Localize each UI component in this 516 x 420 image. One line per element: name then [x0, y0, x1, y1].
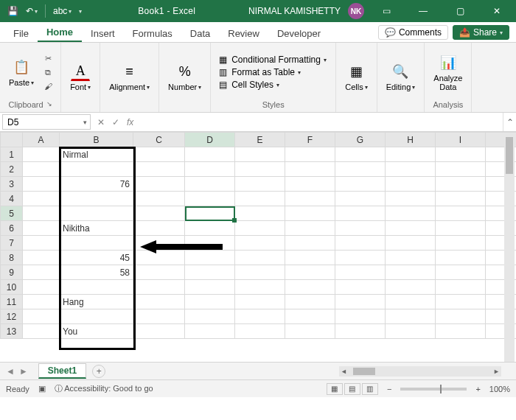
format-as-table-button[interactable]: ▥Format as Table▾ — [217, 67, 327, 77]
enter-icon[interactable]: ✓ — [112, 117, 119, 127]
cell-B3[interactable]: 76 — [60, 177, 133, 192]
cell-B8[interactable]: 45 — [60, 251, 133, 265]
cells-label: Cells — [345, 83, 363, 91]
horizontal-scrollbar[interactable]: ◄ ► — [339, 366, 501, 377]
formula-bar[interactable]: ✕ ✓ fx — [93, 113, 503, 131]
ribbon-display-options[interactable]: ▭ — [372, 0, 401, 22]
row-header-8[interactable]: 8 — [1, 251, 23, 265]
chevron-down-icon: ▾ — [412, 84, 415, 91]
view-normal-button[interactable]: ▦ — [327, 383, 343, 395]
row-header-12[interactable]: 12 — [1, 309, 23, 324]
col-header-B[interactable]: B — [60, 133, 133, 147]
row-header-7[interactable]: 7 — [1, 236, 23, 251]
number-button[interactable]: % Number▾ — [165, 60, 204, 93]
share-button[interactable]: 📤Share▾ — [453, 25, 509, 40]
row-header-2[interactable]: 2 — [1, 162, 23, 177]
undo-button[interactable]: ↶▾ — [26, 6, 38, 16]
avatar[interactable]: NK — [348, 3, 364, 19]
chevron-down-icon: ▾ — [79, 8, 82, 15]
chevron-down-icon: ▾ — [365, 84, 368, 91]
name-box[interactable]: D5 ▾ — [2, 114, 91, 130]
minimize-button[interactable]: — — [408, 0, 438, 22]
cell-B11[interactable]: Hang — [60, 295, 133, 309]
conditional-formatting-button[interactable]: ▦Conditional Formatting▾ — [217, 55, 327, 65]
tab-data[interactable]: Data — [181, 25, 219, 42]
row-header-11[interactable]: 11 — [1, 295, 23, 309]
view-page-break-button[interactable]: ▥ — [362, 383, 378, 395]
zoom-in-button[interactable]: + — [475, 385, 480, 393]
editing-button[interactable]: 🔍 Editing▾ — [383, 60, 419, 93]
cell-styles-button[interactable]: ▤Cell Styles▾ — [217, 80, 327, 90]
sheet-tab-sheet1[interactable]: Sheet1 — [38, 363, 86, 379]
col-header-E[interactable]: E — [235, 133, 285, 147]
zoom-level[interactable]: 100% — [489, 385, 510, 393]
analyze-data-button[interactable]: 📊 Analyze Data — [430, 52, 465, 93]
alignment-button[interactable]: ≡ Alignment▾ — [106, 60, 153, 93]
zoom-slider[interactable] — [400, 388, 467, 391]
tab-formulas[interactable]: Formulas — [124, 25, 181, 42]
add-sheet-button[interactable]: + — [92, 365, 105, 378]
row-header-6[interactable]: 6 — [1, 221, 23, 236]
tab-review[interactable]: Review — [219, 25, 268, 42]
col-header-G[interactable]: G — [335, 133, 386, 147]
tab-home[interactable]: Home — [38, 24, 82, 42]
expand-formula-bar[interactable]: ⌃ — [503, 113, 516, 131]
search-icon: 🔍 — [391, 62, 410, 81]
save-button[interactable]: 💾 — [7, 6, 18, 16]
col-header-I[interactable]: I — [436, 133, 486, 147]
cond-format-label: Conditional Formatting — [231, 55, 321, 65]
format-painter-button[interactable]: 🖌 — [41, 80, 55, 92]
row-header-5[interactable]: 5 — [1, 206, 23, 221]
tab-insert[interactable]: Insert — [82, 25, 124, 42]
paste-button[interactable]: 📋 Paste▾ — [6, 56, 37, 88]
select-all-corner[interactable] — [1, 133, 23, 147]
tab-developer[interactable]: Developer — [268, 25, 330, 42]
sheet-nav-prev[interactable]: ◄ — [6, 366, 15, 377]
row-header-3[interactable]: 3 — [1, 177, 23, 192]
macro-record-icon[interactable]: ▣ — [38, 384, 46, 393]
row-header-9[interactable]: 9 — [1, 265, 23, 280]
cancel-icon[interactable]: ✕ — [97, 117, 105, 127]
chevron-down-icon[interactable]: ▾ — [83, 119, 87, 126]
cut-button[interactable]: ✂ — [41, 52, 55, 64]
fx-icon[interactable]: fx — [127, 117, 133, 127]
cells-button[interactable]: ▦ Cells▾ — [342, 60, 370, 93]
col-header-F[interactable]: F — [285, 133, 335, 147]
zoom-out-button[interactable]: − — [387, 385, 391, 393]
vertical-scrollbar[interactable] — [504, 133, 515, 365]
cell-B1[interactable]: Nirmal — [60, 147, 133, 162]
qat-customize[interactable]: ▾ — [79, 8, 82, 15]
maximize-button[interactable]: ▢ — [445, 0, 475, 22]
cell-B6[interactable]: Nikitha — [60, 221, 133, 236]
worksheet-grid[interactable]: A B C D E F G H I J 1Nirmal 2 376 4 5 6N… — [0, 132, 516, 362]
scrollbar-thumb[interactable] — [353, 368, 375, 375]
analysis-label: Analysis — [433, 100, 463, 109]
cell-D5[interactable] — [185, 206, 235, 221]
cell-B13[interactable]: You — [60, 324, 133, 339]
row-header-10[interactable]: 10 — [1, 280, 23, 295]
copy-button[interactable]: ⧉ — [41, 66, 55, 78]
view-page-layout-button[interactable]: ▤ — [344, 383, 360, 395]
dialog-launcher[interactable]: ↘ — [46, 100, 52, 109]
accessibility-label: Accessibility: Good to go — [64, 384, 153, 393]
tab-file[interactable]: File — [4, 25, 38, 42]
font-button[interactable]: A Font▾ — [67, 60, 94, 93]
close-button[interactable]: ✕ — [482, 0, 512, 22]
row-header-1[interactable]: 1 — [1, 147, 23, 162]
ribbon: 📋 Paste▾ ✂ ⧉ 🖌 Clipboard↘ A Font▾ ≡ Alig… — [0, 43, 516, 113]
editing-label: Editing — [386, 83, 411, 91]
scrollbar-thumb[interactable] — [506, 137, 513, 174]
row-header-4[interactable]: 4 — [1, 192, 23, 206]
sort-button[interactable]: abc▾ — [53, 6, 72, 16]
col-header-D[interactable]: D — [185, 133, 235, 147]
accessibility-status[interactable]: ⓘ Accessibility: Good to go — [55, 383, 153, 394]
col-header-A[interactable]: A — [23, 133, 60, 147]
cell-B9[interactable]: 58 — [60, 265, 133, 280]
sheet-nav-next[interactable]: ► — [19, 366, 28, 377]
col-header-H[interactable]: H — [386, 133, 436, 147]
row-header-13[interactable]: 13 — [1, 324, 23, 339]
zoom-slider-thumb[interactable] — [440, 385, 442, 393]
group-number: % Number▾ — [159, 43, 211, 112]
comments-button[interactable]: 💬Comments — [378, 25, 448, 40]
col-header-C[interactable]: C — [133, 133, 185, 147]
